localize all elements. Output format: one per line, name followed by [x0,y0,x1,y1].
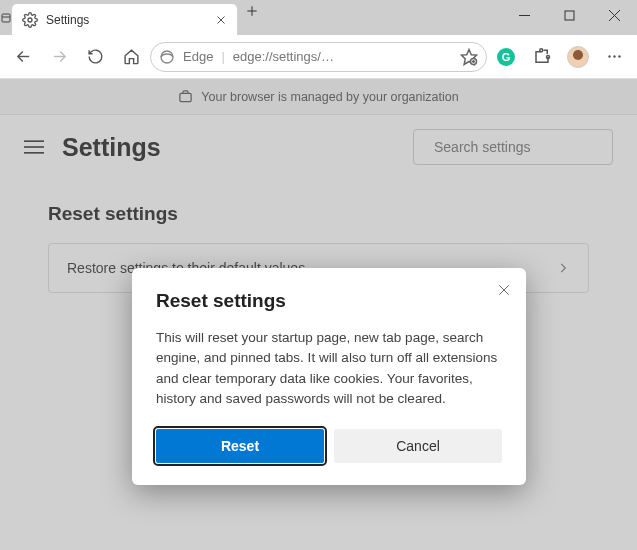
managed-banner: Your browser is managed by your organiza… [0,79,637,115]
reload-button[interactable] [78,40,112,74]
dialog-body: This will reset your startup page, new t… [156,328,502,409]
close-tab-icon[interactable] [215,14,227,26]
profile-button[interactable] [561,40,595,74]
svg-point-21 [613,55,615,57]
close-icon [497,283,511,297]
maximize-button[interactable] [547,0,592,30]
page-title: Settings [62,133,161,162]
svg-point-18 [540,48,543,51]
separator: | [221,49,224,64]
section-title: Reset settings [48,203,589,225]
chevron-right-icon [556,261,570,275]
settings-header: Settings [0,115,637,179]
svg-rect-8 [565,11,574,20]
svg-point-22 [618,55,620,57]
content-area: Your browser is managed by your organiza… [0,79,637,550]
edge-icon [159,49,175,65]
svg-rect-0 [2,14,10,22]
search-input[interactable] [434,139,609,155]
favorite-icon[interactable] [460,48,478,66]
svg-point-2 [28,18,32,22]
reset-dialog: Reset settings This will reset your star… [132,268,526,485]
menu-icon[interactable] [24,139,44,155]
address-label: Edge [183,49,213,64]
new-tab-button[interactable] [237,4,267,18]
managed-text: Your browser is managed by your organiza… [201,90,458,104]
dialog-title: Reset settings [156,290,502,312]
back-button[interactable] [6,40,40,74]
titlebar: Settings [0,0,637,35]
close-window-button[interactable] [592,0,637,30]
dialog-buttons: Reset Cancel [156,429,502,463]
tab-title: Settings [46,13,207,27]
browser-tab[interactable]: Settings [12,4,237,35]
forward-button[interactable] [42,40,76,74]
home-button[interactable] [114,40,148,74]
svg-rect-23 [180,93,191,101]
briefcase-icon [178,89,193,104]
overflow-menu-icon[interactable] [597,40,631,74]
search-box[interactable] [413,129,613,165]
tab-actions-icon[interactable] [0,0,12,35]
address-bar[interactable]: Edge | edge://settings/… [150,42,487,72]
cancel-button[interactable]: Cancel [334,429,502,463]
toolbar: Edge | edge://settings/… G [0,35,637,79]
window-controls [502,0,637,30]
svg-point-13 [161,51,173,63]
gear-icon [22,12,38,28]
grammarly-icon[interactable]: G [489,40,523,74]
reset-button[interactable]: Reset [156,429,324,463]
extensions-icon[interactable] [525,40,559,74]
url-text: edge://settings/… [233,49,452,64]
minimize-button[interactable] [502,0,547,30]
svg-point-20 [608,55,610,57]
dialog-close-button[interactable] [494,280,514,300]
